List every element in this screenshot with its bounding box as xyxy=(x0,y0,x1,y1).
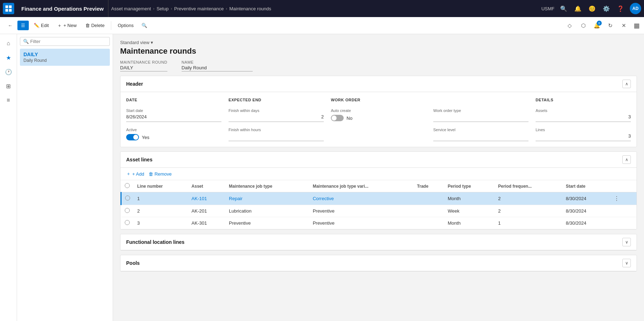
notification-badge-icon[interactable]: 🔔 0 xyxy=(591,20,602,31)
row-radio-1[interactable] xyxy=(125,208,130,213)
modules-icon[interactable]: ≡ xyxy=(2,94,15,107)
line-number-col-header: Line number xyxy=(134,180,188,192)
svg-rect-0 xyxy=(5,5,8,8)
toolbar-search-input[interactable] xyxy=(147,23,200,28)
toolbar-separator xyxy=(111,21,111,30)
mjt-variant-link[interactable]: Corrective xyxy=(313,196,334,201)
asset-cell[interactable]: AK-101 xyxy=(188,192,225,205)
more-options-icon[interactable]: ⋮ xyxy=(612,195,622,202)
functional-location-lines-section: Functional location lines ∨ xyxy=(120,234,637,251)
workspaces-icon[interactable]: ⊞ xyxy=(2,80,15,92)
favorites-icon[interactable]: ★ xyxy=(2,51,15,64)
help-icon[interactable]: ❓ xyxy=(616,4,626,14)
finish-within-hours-value[interactable] xyxy=(229,133,324,141)
name-value[interactable]: Daily Round xyxy=(182,64,253,71)
asset-link[interactable]: AK-101 xyxy=(192,196,207,201)
asset-lines-collapse-button[interactable]: ∧ xyxy=(622,155,631,164)
asset-lines-table: Line number Asset Maintenance job type M… xyxy=(120,180,637,229)
assets-value[interactable]: 3 xyxy=(536,113,631,122)
maintenance-round-value[interactable]: DAILY xyxy=(120,64,167,71)
notification-badge: 0 xyxy=(597,21,602,26)
more-options-cell[interactable]: ⋮ xyxy=(608,192,637,205)
asset-cell[interactable]: AK-201 xyxy=(188,205,225,217)
auto-create-toggle[interactable] xyxy=(331,115,344,121)
delete-button[interactable]: 🗑 Delete xyxy=(82,21,108,30)
new-button[interactable]: ＋ + New xyxy=(54,20,80,31)
sidebar-filter-input[interactable] xyxy=(30,39,107,44)
asset-lines-section-title: Asset lines xyxy=(126,157,152,162)
period-frequency-cell: 2 xyxy=(494,192,562,205)
search-icon[interactable]: 🔍 xyxy=(559,4,569,14)
header-section-header[interactable]: Header ∧ xyxy=(120,76,637,92)
work-order-column: WORK ORDER Auto create No xyxy=(331,98,426,141)
asset-cell[interactable]: AK-301 xyxy=(188,217,225,229)
notification-icon[interactable]: 🔔 xyxy=(573,4,583,14)
breadcrumb-item-2[interactable]: Preventive maintenance xyxy=(174,6,224,11)
mjt-link[interactable]: Repair xyxy=(229,196,242,201)
close-icon[interactable]: ✕ xyxy=(618,20,629,31)
edit-button[interactable]: ✏️ Edit xyxy=(30,21,52,30)
select-all-radio[interactable] xyxy=(125,183,130,188)
work-order-type-value[interactable] xyxy=(433,113,528,122)
content-inner: Standard view ▾ Maintenance rounds Maint… xyxy=(113,34,644,282)
breadcrumb-item-1[interactable]: Setup xyxy=(156,6,168,11)
start-date-field: Start date 8/26/2024 xyxy=(126,108,221,122)
remove-asset-line-button[interactable]: 🗑 Remove xyxy=(149,171,172,177)
top-bar-right: USMF 🔍 🔔 😊 ⚙️ ❓ AD xyxy=(541,3,641,14)
select-col-header xyxy=(121,180,134,192)
add-asset-line-button[interactable]: ＋ + Add xyxy=(126,171,144,177)
functional-location-section-header[interactable]: Functional location lines ∨ xyxy=(120,234,637,250)
header-grid: DATE Start date 8/26/2024 Active xyxy=(126,98,631,141)
functional-location-collapse-button[interactable]: ∨ xyxy=(622,238,631,246)
header-collapse-button[interactable]: ∧ xyxy=(622,80,631,88)
personalize-icon[interactable]: ◇ xyxy=(564,20,575,31)
home-icon[interactable]: ⌂ xyxy=(2,37,15,50)
finish-within-days-value[interactable]: 2 xyxy=(229,113,324,122)
asset-lines-section: Asset lines ∧ ＋ + Add 🗑 Remove xyxy=(120,151,637,230)
start-date-cell: 8/30/2024 xyxy=(562,217,608,229)
date-column: DATE Start date 8/26/2024 Active xyxy=(126,98,221,141)
contact-icon[interactable]: 😊 xyxy=(587,4,597,14)
details-group-label-block: DETAILS xyxy=(536,98,631,103)
more-options-cell[interactable] xyxy=(608,205,637,217)
sidebar-item-daily[interactable]: DAILY Daily Round xyxy=(20,49,110,66)
row-radio-2[interactable] xyxy=(125,220,130,225)
name-field: Name Daily Round xyxy=(182,60,253,71)
back-button[interactable]: ← xyxy=(4,21,16,30)
lines-value[interactable]: 3 xyxy=(536,133,631,141)
standard-view-selector[interactable]: Standard view ▾ xyxy=(120,40,637,45)
more-options-cell[interactable] xyxy=(608,217,637,229)
asset-lines-section-header[interactable]: Asset lines ∧ xyxy=(120,152,637,168)
auto-create-toggle-label: No xyxy=(347,116,353,121)
company-label: USMF xyxy=(541,6,554,11)
filter-toggle-icon[interactable]: ▦ xyxy=(634,22,640,30)
table-row[interactable]: 2AK-201LubricationPreventiveWeek28/30/20… xyxy=(121,205,637,217)
period-type-cell: Month xyxy=(444,192,495,205)
service-level-value[interactable] xyxy=(433,133,528,141)
lines-label: Lines xyxy=(536,128,631,132)
app-grid-icon[interactable] xyxy=(3,3,14,14)
open-new-tab-icon[interactable]: ⬡ xyxy=(578,20,589,31)
pools-section-header[interactable]: Pools ∨ xyxy=(120,255,637,271)
sidebar-filter-icon: 🔍 xyxy=(23,39,29,44)
start-date-value[interactable]: 8/26/2024 xyxy=(126,113,221,122)
options-button[interactable]: Options xyxy=(114,21,137,30)
pools-collapse-button[interactable]: ∨ xyxy=(622,259,631,267)
maintenance-round-field: Maintenance round DAILY xyxy=(120,60,167,71)
breadcrumb-item-3[interactable]: Maintenance rounds xyxy=(229,6,271,11)
content-area: Standard view ▾ Maintenance rounds Maint… xyxy=(113,34,644,321)
avatar[interactable]: AD xyxy=(630,3,641,14)
page-title: Maintenance rounds xyxy=(120,47,637,56)
refresh-icon[interactable]: ↻ xyxy=(605,20,616,31)
table-row[interactable]: 3AK-301PreventivePreventiveMonth18/30/20… xyxy=(121,217,637,229)
breadcrumb-item-0[interactable]: Asset management xyxy=(111,6,151,11)
svg-rect-1 xyxy=(9,5,12,8)
table-row[interactable]: 1AK-101RepairCorrectiveMonth28/30/2024⋮ xyxy=(121,192,637,205)
settings-icon[interactable]: ⚙️ xyxy=(601,4,611,14)
active-toggle[interactable] xyxy=(126,134,139,140)
row-radio-0[interactable] xyxy=(125,196,130,200)
auto-create-toggle-knob xyxy=(332,116,337,121)
recent-icon[interactable]: 🕐 xyxy=(2,65,15,78)
list-view-button[interactable]: ☰ xyxy=(17,21,29,30)
list-icon: ☰ xyxy=(21,23,25,28)
